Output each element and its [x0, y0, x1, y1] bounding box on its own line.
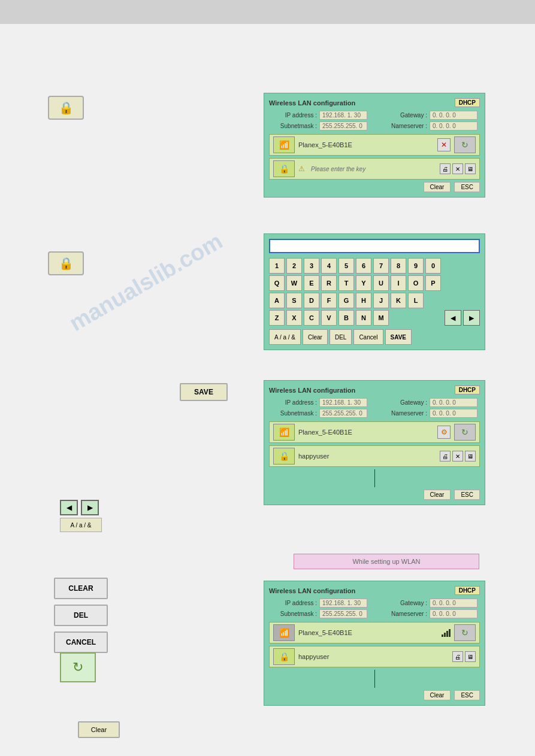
- kb-cancel-btn[interactable]: Cancel: [353, 329, 383, 345]
- kb-j[interactable]: J: [373, 293, 389, 308]
- panel1-clear-btn[interactable]: Clear: [424, 182, 451, 192]
- kb-key-1[interactable]: 1: [269, 258, 285, 274]
- panel2-network-name: Planex_5-E40B1E: [298, 429, 434, 436]
- panel3-key-icon1[interactable]: 🖨: [452, 651, 463, 662]
- kb-x[interactable]: X: [286, 310, 302, 326]
- kb-l[interactable]: L: [408, 293, 424, 308]
- mode-btn-left[interactable]: A / a / &: [60, 518, 102, 532]
- panel1-key-icon3[interactable]: 🖥: [465, 163, 476, 174]
- kb-b[interactable]: B: [338, 310, 354, 326]
- panel3-refresh[interactable]: ↻: [454, 624, 476, 641]
- kb-key-0[interactable]: 0: [425, 258, 441, 274]
- panel1-wifi-btn[interactable]: 📶: [273, 136, 295, 153]
- kb-row-3: A S D F G H J K L: [269, 293, 480, 308]
- panel3-ns-label: Nameserver :: [379, 611, 427, 617]
- panel1-key-icon1[interactable]: 🖨: [440, 163, 451, 174]
- panel2-key-icon3[interactable]: 🖥: [465, 451, 476, 462]
- kb-key-7[interactable]: 7: [373, 258, 389, 274]
- panel2-dhcp-btn[interactable]: DHCP: [455, 385, 480, 394]
- panel3-subnet-label: Subnetmask :: [269, 611, 317, 617]
- cancel-standalone-btn[interactable]: CANCEL: [54, 631, 108, 653]
- kb-save-btn[interactable]: SAVE: [385, 329, 412, 345]
- kb-c[interactable]: C: [304, 310, 319, 326]
- panel1-ns-value: 0. 0. 0. 0: [430, 122, 477, 130]
- panel2-gw-label: Gateway :: [379, 399, 427, 406]
- panel2-esc-btn[interactable]: ESC: [454, 490, 480, 500]
- kb-del-btn[interactable]: DEL: [330, 329, 352, 345]
- panel1-key-icon2[interactable]: ✕: [452, 163, 463, 174]
- panel2-key-icon2[interactable]: ✕: [452, 451, 463, 462]
- kb-u[interactable]: U: [373, 275, 389, 291]
- panel1-ip-value: 192.168. 1. 30: [319, 111, 367, 120]
- panel2-wifi-btn[interactable]: 📶: [273, 424, 295, 441]
- save-btn-left[interactable]: SAVE: [180, 383, 228, 401]
- kb-key-3[interactable]: 3: [304, 258, 319, 274]
- panel2-clear-btn[interactable]: Clear: [424, 490, 451, 500]
- kb-h[interactable]: H: [356, 293, 371, 308]
- kb-m[interactable]: M: [373, 310, 389, 326]
- panel3-dhcp-btn[interactable]: DHCP: [455, 586, 480, 595]
- kb-y[interactable]: Y: [356, 275, 371, 291]
- panel2-red-x[interactable]: ⚙: [437, 426, 451, 439]
- panel1-lock-btn[interactable]: 🔒: [273, 160, 295, 177]
- panel1-gw-value: 0. 0. 0. 0: [430, 111, 477, 120]
- kb-key-5[interactable]: 5: [338, 258, 354, 274]
- panel2-key-icon1[interactable]: 🖨: [440, 451, 451, 462]
- lock-icon-1[interactable]: 🔒: [48, 96, 84, 120]
- panel1-network-row: 📶 Planex_5-E40B1E ✕ ↻: [269, 134, 480, 156]
- panel1-red-x[interactable]: ✕: [437, 138, 451, 151]
- panel3-lock-btn[interactable]: 🔒: [273, 648, 295, 665]
- keyboard-rows: 1 2 3 4 5 6 7 8 9 0 Q W E R T Y U I O: [269, 258, 480, 345]
- lock-icon-2[interactable]: 🔒: [48, 251, 84, 275]
- kb-r[interactable]: R: [321, 275, 337, 291]
- panel3-key-icon3[interactable]: 🖥: [465, 651, 476, 662]
- panel1-dhcp-btn[interactable]: DHCP: [455, 98, 480, 107]
- kb-key-9[interactable]: 9: [408, 258, 424, 274]
- kb-p[interactable]: P: [425, 275, 441, 291]
- panel1-ns-label: Nameserver :: [379, 123, 427, 129]
- panel2-lock-btn[interactable]: 🔒: [273, 448, 295, 464]
- kb-s[interactable]: S: [286, 293, 302, 308]
- panel3-key-icons: 🖨 🖥: [452, 651, 476, 662]
- kb-z[interactable]: Z: [269, 310, 285, 326]
- kb-o[interactable]: O: [408, 275, 424, 291]
- kb-g[interactable]: G: [338, 293, 354, 308]
- del-standalone-btn[interactable]: DEL: [54, 605, 108, 626]
- kb-w[interactable]: W: [286, 275, 302, 291]
- panel1-esc-btn[interactable]: ESC: [454, 182, 480, 192]
- panel3-footer: Clear ESC: [269, 690, 480, 700]
- clear-standalone-btn[interactable]: CLEAR: [54, 578, 108, 599]
- kb-mode-btn[interactable]: A / a / &: [269, 329, 301, 345]
- kb-key-6[interactable]: 6: [356, 258, 371, 274]
- kb-key-4[interactable]: 4: [321, 258, 337, 274]
- right-arrow-btn[interactable]: ▶: [81, 500, 99, 515]
- kb-n[interactable]: N: [356, 310, 371, 326]
- keyboard-input[interactable]: [269, 239, 480, 253]
- panel2-ip-label: IP address :: [269, 399, 317, 406]
- kb-i[interactable]: I: [391, 275, 406, 291]
- kb-left-arrow[interactable]: ◀: [445, 310, 461, 326]
- kb-row-4: Z X C V B N M ◀ ▶: [269, 310, 480, 326]
- kb-f[interactable]: F: [321, 293, 337, 308]
- panel2-refresh[interactable]: ↻: [454, 424, 476, 441]
- kb-right-arrow[interactable]: ▶: [463, 310, 480, 326]
- panel2-key-icons: 🖨 ✕ 🖥: [440, 451, 476, 462]
- kb-q[interactable]: Q: [269, 275, 285, 291]
- kb-key-8[interactable]: 8: [391, 258, 406, 274]
- kb-clear-btn[interactable]: Clear: [303, 329, 328, 345]
- kb-k[interactable]: K: [391, 293, 406, 308]
- panel1-key-row: 🔒 ⚠ Please enter the key 🖨 ✕ 🖥: [269, 158, 480, 180]
- clear-btn-bottom[interactable]: Clear: [78, 721, 120, 738]
- panel3-clear-btn[interactable]: Clear: [424, 690, 451, 700]
- panel3-wifi-btn[interactable]: 📶: [273, 624, 295, 641]
- refresh-standalone-btn[interactable]: ↻: [60, 652, 96, 682]
- panel3-esc-btn[interactable]: ESC: [454, 690, 480, 700]
- panel1-refresh[interactable]: ↻: [454, 136, 476, 153]
- kb-d[interactable]: D: [304, 293, 319, 308]
- kb-key-2[interactable]: 2: [286, 258, 302, 274]
- kb-e[interactable]: E: [304, 275, 319, 291]
- kb-v[interactable]: V: [321, 310, 337, 326]
- kb-t[interactable]: T: [338, 275, 354, 291]
- left-arrow-btn[interactable]: ◀: [60, 500, 78, 515]
- kb-a[interactable]: A: [269, 293, 285, 308]
